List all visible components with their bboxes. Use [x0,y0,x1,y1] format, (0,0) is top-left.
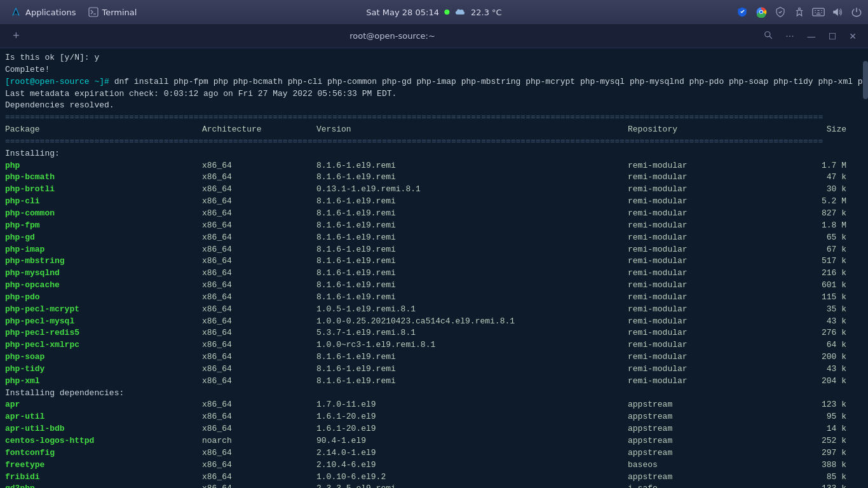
menu-button[interactable]: ··· [782,30,797,43]
table-header: PackageArchitectureVersionRepositorySize [5,124,863,136]
svg-point-5 [760,11,763,14]
weather-icon [454,8,466,17]
table-row: php-clix86_648.1.6-1.el9.remiremi-modula… [5,196,863,208]
table-row: aprx86_641.7.0-11.el9appstream123 k [5,399,863,411]
table-row: php-pecl-xmlrpcx86_641.0.0~rc3-1.el9.rem… [5,339,863,351]
svg-rect-0 [89,8,98,17]
table-row: php-pecl-mysqlx86_641.0.0-0.25.20210423.… [5,316,863,328]
table-row: apr-util-bdbx86_641.6.1-20.el9appstream1… [5,423,863,435]
table-row: php-tidyx86_648.1.6-1.el9.remiremi-modul… [5,363,863,376]
security-icon[interactable] [774,6,787,18]
system-bar: Applications Terminal Sat May 28 05:14 2… [0,0,868,24]
network-status-dot [444,10,449,15]
separator-line: ========================================… [5,112,863,124]
scrollbar[interactable] [863,48,868,488]
table-row: php-commonx86_648.1.6-1.el9.remiremi-mod… [5,208,863,220]
titlebar-controls: ··· — ☐ ✕ [760,29,860,43]
table-row: fontconfigx86_642.14.0-1.el9appstream297… [5,447,863,459]
terminal-line: Dependencies resolved. [5,100,863,112]
table-row: freetypex86_642.10.4-6.el9baseos388 k [5,459,863,471]
separator-line: ========================================… [5,136,863,148]
table-row: php-imapx86_648.1.6-1.el9.remiremi-modul… [5,244,863,256]
titlebar-left: + [8,29,25,44]
terminal-tab-label: Terminal [102,8,137,17]
table-row: centos-logos-httpdnoarch90.4-1.el9appstr… [5,435,863,447]
table-row: php-pecl-redis5x86_645.3.7-1.el9.remi.8.… [5,327,863,339]
svg-rect-7 [813,8,824,16]
terminal-content[interactable]: Is this ok [y/N]: yComplete![root@open-s… [0,48,868,488]
table-row: php-fpmx86_648.1.6-1.el9.remiremi-modula… [5,220,863,232]
apps-menu[interactable]: Applications [5,4,81,20]
accessibility-icon[interactable] [793,6,806,18]
system-bar-right [736,6,863,18]
search-button[interactable] [760,29,776,43]
scrollbar-thumb[interactable] [863,61,868,99]
power-icon[interactable] [850,6,863,18]
arch-logo-icon [10,6,22,18]
table-row: php-xmlx86_648.1.6-1.el9.remiremi-modula… [5,376,863,388]
terminal-line: Is this ok [y/N]: y [5,52,863,64]
table-row: php-soapx86_648.1.6-1.el9.remiremi-modul… [5,351,863,363]
terminal-line: Last metadata expiration check: 0:03:12 … [5,88,863,100]
table-row: php-opcachex86_648.1.6-1.el9.remiremi-mo… [5,280,863,292]
terminal-line: [root@open-source ~]# dnf install php-fp… [5,76,863,88]
svg-point-15 [765,32,770,37]
chrome-icon[interactable] [755,6,768,18]
terminal-titlebar: + root@open-source:~ ··· — ☐ ✕ [0,24,868,48]
table-row: php-gdx86_648.1.6-1.el9.remiremi-modular… [5,232,863,244]
apps-label: Applications [25,8,76,17]
table-row: php-mysqlndx86_648.1.6-1.el9.remiremi-mo… [5,268,863,280]
new-tab-button[interactable]: + [8,29,25,44]
terminal-title: root@open-source:~ [349,31,435,41]
terminal-line: Complete! [5,64,863,76]
system-bar-center: Sat May 28 05:14 22.3 °C [366,8,501,17]
weather-temp: 22.3 °C [471,8,502,17]
table-row: php-pdox86_648.1.6-1.el9.remiremi-modula… [5,292,863,304]
table-row: php-brotlix86_640.13.1-1.el9.remi.8.1rem… [5,184,863,196]
terminal-icon [88,7,98,17]
datetime: Sat May 28 05:14 [366,8,439,17]
svg-point-6 [799,8,801,10]
bitwarden-icon[interactable] [736,6,749,18]
table-row: fribidix86_641.0.10-6.el9.2appstream85 k [5,471,863,484]
terminal-tab[interactable]: Terminal [83,4,142,20]
terminal-window: + root@open-source:~ ··· — ☐ ✕ Is this o… [0,24,868,488]
close-button[interactable]: ✕ [845,30,860,43]
section-header: Installing: [5,148,863,160]
table-row: php-bcmathx86_648.1.6-1.el9.remiremi-mod… [5,172,863,184]
minimize-button[interactable]: — [803,30,820,43]
table-row: gd3phpx86_642.3.3-5.el9.remii-safe133 k [5,483,863,488]
table-row: php-pecl-mcryptx86_641.0.5-1.el9.remi.8.… [5,304,863,316]
section-header: Installing dependencies: [5,388,863,400]
system-bar-left: Applications Terminal [5,4,142,20]
table-row: phpx86_648.1.6-1.el9.remiremi-modular1.7… [5,160,863,172]
table-row: apr-utilx86_641.6.1-20.el9appstream95 k [5,411,863,423]
svg-line-16 [770,36,772,39]
keyboard-icon[interactable] [812,6,825,18]
maximize-button[interactable]: ☐ [825,30,841,43]
volume-icon[interactable] [831,6,844,18]
table-row: php-mbstringx86_648.1.6-1.el9.remiremi-m… [5,255,863,268]
